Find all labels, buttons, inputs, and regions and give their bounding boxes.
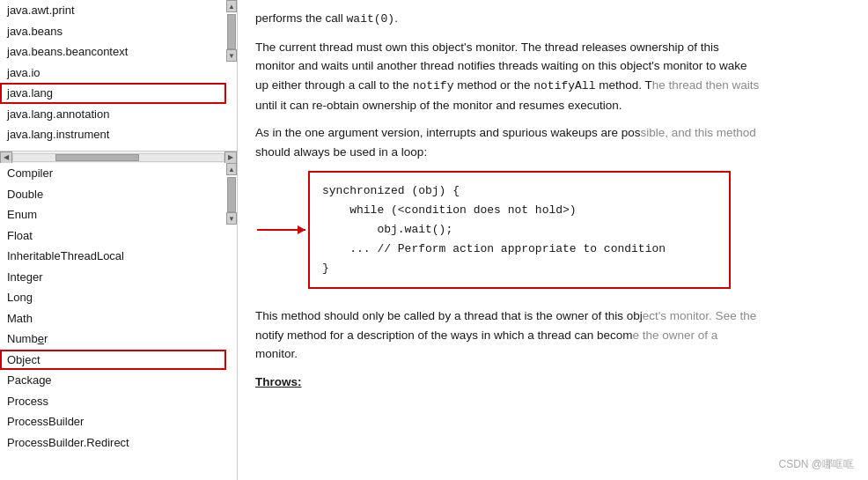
inline-code-wait: wait(0): [347, 12, 395, 26]
left-panel: java.awt.print java.beans java.beans.bea…: [0, 0, 238, 480]
inline-code-notifyall: notifyAll: [533, 79, 595, 92]
code-line-3: obj.wait();: [322, 220, 717, 240]
class-item-math[interactable]: Math: [0, 308, 226, 329]
throws-label: Throws:: [255, 373, 850, 392]
package-list: java.awt.print java.beans java.beans.bea…: [0, 0, 226, 151]
class-item[interactable]: InheritableThreadLocal: [0, 246, 226, 267]
package-list-scrollbar: ▲ ▼: [226, 0, 237, 151]
class-item[interactable]: Double: [0, 184, 226, 205]
h-scroll-left-button[interactable]: ◀: [0, 151, 12, 164]
package-item-java-lang[interactable]: java.lang: [0, 83, 226, 104]
code-line-5: }: [322, 259, 717, 278]
scroll-up-button[interactable]: ▲: [226, 0, 237, 12]
horizontal-scrollbar: ◀ ▶: [0, 151, 237, 163]
para-owner: This method should only be called by a t…: [255, 306, 850, 364]
inline-code-notify: notify: [413, 79, 454, 92]
class-scroll-thumb[interactable]: [227, 177, 236, 212]
package-item[interactable]: java.beans.beancontext: [0, 41, 226, 63]
package-item[interactable]: java.beans: [0, 21, 226, 42]
class-list-section: Compiler Double Enum Float InheritableTh…: [0, 163, 237, 480]
arrow-svg: [257, 229, 310, 231]
class-list: Compiler Double Enum Float InheritableTh…: [0, 163, 226, 453]
package-item[interactable]: java.lang.annotation: [0, 104, 226, 125]
code-line-4: ... // Perform action appropriate to con…: [322, 240, 717, 259]
class-item[interactable]: Long: [0, 287, 226, 308]
class-item[interactable]: Compiler: [0, 163, 226, 184]
watermark: CSDN @哪哐哐: [778, 456, 854, 473]
para-wait-call: performs the call wait(0).: [255, 9, 850, 29]
package-item[interactable]: java.awt.print: [0, 0, 226, 21]
h-scroll-thumb[interactable]: [55, 154, 140, 161]
class-list-scrollbar: ▲ ▼: [226, 163, 237, 480]
scroll-thumb[interactable]: [227, 14, 236, 49]
class-item[interactable]: ProcessBuilder: [0, 411, 226, 432]
class-item[interactable]: Integer: [0, 267, 226, 288]
code-line-2: while (<condition does not hold>): [322, 201, 717, 220]
class-item[interactable]: Enum: [0, 204, 226, 225]
class-item[interactable]: Number: [0, 329, 226, 350]
package-item[interactable]: java.lang.invoke: [0, 145, 226, 151]
class-scroll-down[interactable]: ▼: [226, 212, 237, 225]
class-item[interactable]: ProcessBuilder.Redirect: [0, 432, 226, 454]
class-item[interactable]: Float: [0, 225, 226, 247]
class-item[interactable]: Process: [0, 391, 226, 412]
code-block-section: synchronized (obj) { while (<condition d…: [308, 171, 731, 289]
class-item[interactable]: Package: [0, 370, 226, 391]
package-list-section: java.awt.print java.beans java.beans.bea…: [0, 0, 237, 163]
h-scroll-track: [12, 153, 224, 162]
package-item[interactable]: java.io: [0, 63, 226, 84]
class-scroll-up[interactable]: ▲: [226, 163, 237, 175]
svg-marker-1: [298, 225, 305, 234]
class-item-object[interactable]: Object: [0, 350, 226, 371]
main-container: java.awt.print java.beans java.beans.bea…: [0, 0, 868, 480]
class-list-content: Compiler Double Enum Float InheritableTh…: [0, 163, 226, 480]
para-thread-monitor: The current thread must own this object'…: [255, 38, 850, 115]
right-panel: performs the call wait(0). The current t…: [238, 0, 868, 480]
package-list-area: java.awt.print java.beans java.beans.bea…: [0, 0, 226, 151]
para-loop: As in the one argument version, interrup…: [255, 123, 850, 161]
code-block: synchronized (obj) { while (<condition d…: [308, 171, 731, 289]
package-item[interactable]: java.lang.instrument: [0, 124, 226, 145]
scroll-down-button[interactable]: ▼: [226, 49, 237, 62]
code-line-1: synchronized (obj) {: [322, 181, 717, 201]
h-scroll-right-button[interactable]: ▶: [224, 151, 237, 164]
